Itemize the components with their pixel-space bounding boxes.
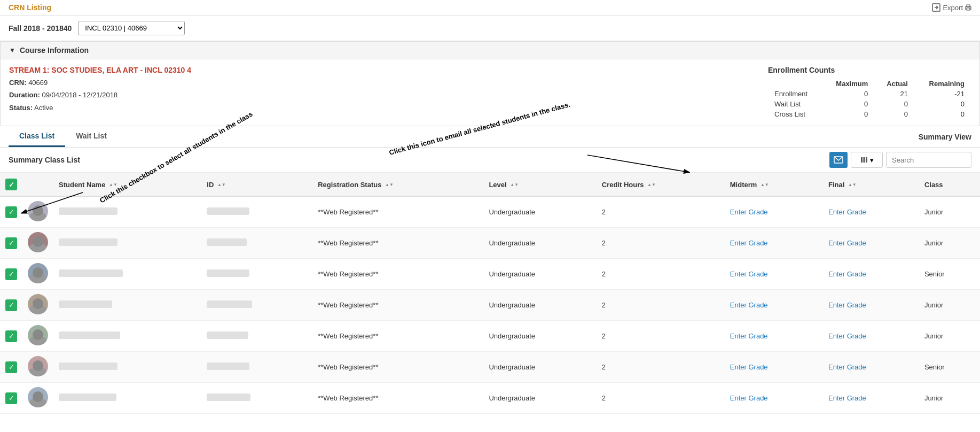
crn-value: 40669 xyxy=(28,79,48,87)
duration-label: Duration: xyxy=(9,91,40,99)
row-credit-hours: 2 xyxy=(597,196,725,228)
summary-view-label[interactable]: Summary View xyxy=(919,133,971,141)
row-midterm[interactable]: Enter Grade xyxy=(725,259,823,290)
row-final[interactable]: Enter Grade xyxy=(823,196,919,228)
email-button[interactable] xyxy=(829,152,848,168)
course-select[interactable]: INCL 02310 | 40669 xyxy=(78,21,185,35)
enrollment-row: Wait List 0 0 0 xyxy=(768,99,971,109)
status-value: Active xyxy=(34,104,53,112)
row-midterm[interactable]: Enter Grade xyxy=(725,290,823,321)
row-credit-hours: 2 xyxy=(597,228,725,259)
table-row: ✓ **Web Registered** Undergraduate 2 Ent… xyxy=(0,228,980,259)
row-final[interactable]: Enter Grade xyxy=(823,352,919,383)
course-info-section: ▼ Course Information STREAM 1: SOC STUDI… xyxy=(0,41,980,126)
table-row: ✓ **Web Registered** Undergraduate 2 Ent… xyxy=(0,321,980,352)
tabs-row: Class List Wait List Summary View xyxy=(0,126,980,148)
row-final[interactable]: Enter Grade xyxy=(823,259,919,290)
row-midterm[interactable]: Enter Grade xyxy=(725,352,823,383)
avatar xyxy=(28,263,48,283)
row-credit-hours: 2 xyxy=(597,352,725,383)
enroll-row-actual: 21 xyxy=(874,89,914,99)
course-info-body: STREAM 1: SOC STUDIES, ELA ART - INCL 02… xyxy=(1,59,979,126)
table-row: ✓ **Web Registered** Undergraduate 2 Ent… xyxy=(0,259,980,290)
email-icon xyxy=(834,156,843,164)
row-final[interactable]: Enter Grade xyxy=(823,321,919,352)
svg-rect-3 xyxy=(967,8,970,10)
row-checkbox-cell: ✓ xyxy=(0,290,22,321)
avatar xyxy=(28,294,48,314)
row-id xyxy=(201,383,312,414)
row-checkbox[interactable]: ✓ xyxy=(5,392,17,404)
row-avatar-cell xyxy=(22,196,53,228)
row-midterm[interactable]: Enter Grade xyxy=(725,196,823,228)
table-row: ✓ **Web Registered** Undergraduate 2 Ent… xyxy=(0,196,980,228)
row-class: Junior xyxy=(919,290,980,321)
search-input[interactable] xyxy=(886,152,971,168)
row-checkbox[interactable]: ✓ xyxy=(5,299,17,311)
row-level: Undergraduate xyxy=(483,196,596,228)
enroll-col-actual: Actual xyxy=(874,79,914,89)
row-student-name xyxy=(53,196,201,228)
row-checkbox-cell: ✓ xyxy=(0,321,22,352)
export-button[interactable]: Export xyxy=(932,3,971,12)
row-midterm[interactable]: Enter Grade xyxy=(725,228,823,259)
svg-rect-6 xyxy=(861,157,863,163)
row-midterm[interactable]: Enter Grade xyxy=(725,321,823,352)
th-level: Level ▲▼ xyxy=(483,173,596,197)
row-final[interactable]: Enter Grade xyxy=(823,383,919,414)
th-final: Final ▲▼ xyxy=(823,173,919,197)
enroll-row-remaining: -21 xyxy=(914,89,971,99)
row-checkbox-cell: ✓ xyxy=(0,383,22,414)
list-toolbar-right: ▾ xyxy=(829,152,971,168)
enrollment-title: Enrollment Counts xyxy=(768,66,971,74)
enroll-col-maximum: Maximum xyxy=(822,79,874,89)
row-avatar-cell xyxy=(22,321,53,352)
th-avatar xyxy=(22,173,53,197)
collapse-icon[interactable]: ▼ xyxy=(9,47,15,54)
row-student-name xyxy=(53,290,201,321)
row-reg-status: **Web Registered** xyxy=(312,321,483,352)
tab-wait-list[interactable]: Wait List xyxy=(65,126,117,147)
row-final[interactable]: Enter Grade xyxy=(823,290,919,321)
svg-rect-8 xyxy=(866,157,867,163)
row-checkbox[interactable]: ✓ xyxy=(5,268,17,280)
course-meta: CRN: 40669 Duration: 09/04/2018 - 12/21/… xyxy=(9,76,747,114)
table-row: ✓ **Web Registered** Undergraduate 2 Ent… xyxy=(0,352,980,383)
duration-row: Duration: 09/04/2018 - 12/21/2018 xyxy=(9,89,747,101)
top-bar: CRN Listing Export xyxy=(0,0,980,16)
row-avatar-cell xyxy=(22,352,53,383)
row-checkbox[interactable]: ✓ xyxy=(5,206,17,218)
status-label: Status: xyxy=(9,104,33,112)
row-reg-status: **Web Registered** xyxy=(312,290,483,321)
row-checkbox[interactable]: ✓ xyxy=(5,330,17,342)
tab-class-list[interactable]: Class List xyxy=(9,126,65,147)
row-id xyxy=(201,196,312,228)
enroll-col-label xyxy=(768,79,822,89)
course-info-header: ▼ Course Information xyxy=(1,42,979,59)
enroll-row-remaining: 0 xyxy=(914,109,971,119)
row-checkbox-cell: ✓ xyxy=(0,228,22,259)
row-avatar-cell xyxy=(22,259,53,290)
enroll-row-label: Enrollment xyxy=(768,89,822,99)
row-checkbox[interactable]: ✓ xyxy=(5,361,17,373)
row-level: Undergraduate xyxy=(483,383,596,414)
row-checkbox[interactable]: ✓ xyxy=(5,237,17,249)
row-student-name xyxy=(53,259,201,290)
semester-label: Fall 2018 - 201840 xyxy=(9,24,72,33)
columns-button[interactable]: ▾ xyxy=(851,152,883,168)
row-class: Junior xyxy=(919,228,980,259)
crn-row: CRN: 40669 xyxy=(9,76,747,89)
row-midterm[interactable]: Enter Grade xyxy=(725,383,823,414)
course-name: STREAM 1: SOC STUDIES, ELA ART - INCL 02… xyxy=(9,66,747,74)
th-class: Class xyxy=(919,173,980,197)
row-student-name xyxy=(53,228,201,259)
row-id xyxy=(201,228,312,259)
table-row: ✓ **Web Registered** Undergraduate 2 Ent… xyxy=(0,290,980,321)
select-all-checkbox[interactable]: ✓ xyxy=(5,179,17,190)
row-final[interactable]: Enter Grade xyxy=(823,228,919,259)
avatar xyxy=(28,356,48,376)
select-all-header: ✓ xyxy=(0,173,22,197)
row-level: Undergraduate xyxy=(483,321,596,352)
header-row: Fall 2018 - 201840 INCL 02310 | 40669 xyxy=(0,16,980,41)
export-icon xyxy=(932,3,940,12)
